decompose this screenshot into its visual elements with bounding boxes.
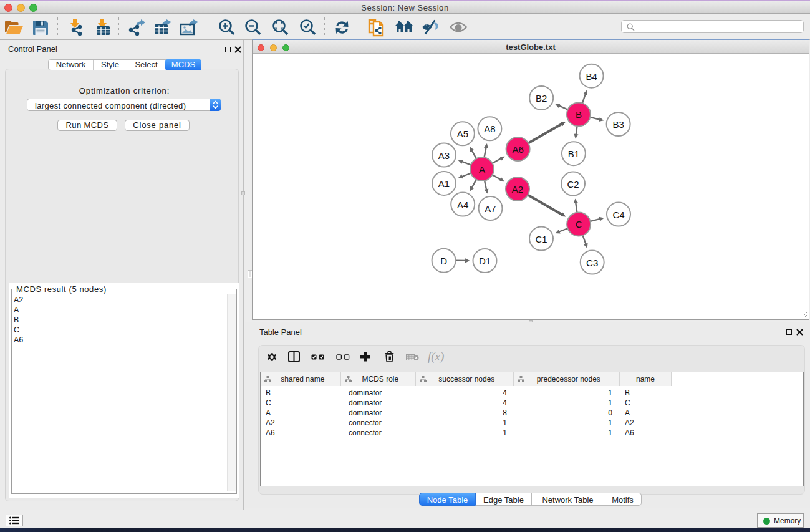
- svg-text:A5: A5: [457, 128, 468, 139]
- svg-text:A2: A2: [512, 184, 523, 195]
- svg-text:C4: C4: [612, 210, 624, 220]
- svg-text:D: D: [440, 256, 447, 266]
- svg-text:B3: B3: [612, 119, 624, 130]
- svg-text:A6: A6: [512, 144, 523, 155]
- svg-text:A4: A4: [457, 200, 468, 210]
- svg-text:C: C: [576, 219, 582, 230]
- svg-text:B4: B4: [586, 71, 597, 82]
- svg-text:A3: A3: [438, 150, 450, 161]
- svg-text:B1: B1: [568, 148, 579, 159]
- svg-text:D1: D1: [479, 256, 491, 266]
- svg-text:A7: A7: [485, 203, 496, 214]
- svg-text:A: A: [479, 164, 485, 175]
- svg-text:B: B: [576, 109, 582, 120]
- svg-text:A1: A1: [438, 178, 450, 189]
- svg-text:C3: C3: [586, 258, 598, 268]
- svg-text:B2: B2: [536, 93, 547, 104]
- svg-text:C1: C1: [535, 234, 547, 244]
- svg-text:A8: A8: [484, 123, 495, 134]
- svg-text:C2: C2: [567, 179, 579, 190]
